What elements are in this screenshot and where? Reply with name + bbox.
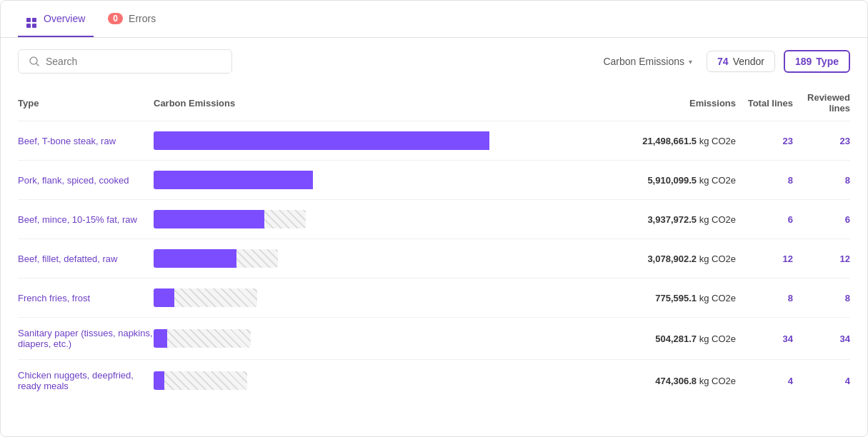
cell-total-lines: 12 (736, 239, 793, 278)
cell-type[interactable]: Beef, fillet, defatted, raw (18, 239, 154, 278)
table-row: Chicken nuggets, deepfried, ready meals4… (18, 360, 850, 402)
vendor-filter-button[interactable]: 74 Vendor (707, 51, 775, 72)
cell-total-lines: 8 (736, 278, 793, 318)
bar-hatched (164, 371, 247, 390)
bar-hatched (236, 249, 278, 268)
col-emissions: Emissions (532, 85, 736, 121)
cell-bar (154, 278, 532, 318)
bar-hatched (174, 288, 257, 307)
cell-reviewed-lines: 4 (793, 360, 850, 402)
cell-bar (154, 239, 532, 278)
table-row: Beef, fillet, defatted, raw3,078,902.2 k… (18, 239, 850, 278)
cell-reviewed-lines: 6 (793, 200, 850, 239)
table-row: Sanitary paper (tissues, napkins, diaper… (18, 318, 850, 360)
cell-reviewed-lines: 23 (793, 121, 850, 161)
col-total-lines: Total lines (736, 85, 793, 121)
bar-solid (154, 329, 167, 348)
bar-solid (154, 210, 264, 228)
bar-hatched (167, 329, 250, 348)
toolbar-right: Carbon Emissions ▾ 74 Vendor 189 Type (597, 50, 850, 73)
cell-bar (154, 318, 532, 360)
cell-reviewed-lines: 8 (793, 278, 850, 318)
bar-solid (154, 131, 489, 150)
vendor-count: 74 (717, 56, 729, 67)
tab-overview-label: Overview (44, 13, 85, 24)
tab-bar: Overview 0 Errors (1, 1, 867, 38)
filter-dropdown-label: Carbon Emissions (603, 56, 684, 67)
main-container: Overview 0 Errors Carbon Emissions ▾ 74 … (0, 0, 868, 437)
cell-total-lines: 8 (736, 161, 793, 200)
table-row: French fries, frost775,595.1 kg CO2e88 (18, 278, 850, 318)
search-box[interactable] (18, 49, 232, 74)
bar-solid (154, 288, 174, 307)
cell-total-lines: 23 (736, 121, 793, 161)
cell-type[interactable]: Beef, T-bone steak, raw (18, 121, 154, 161)
cell-total-lines: 34 (736, 318, 793, 360)
cell-bar (154, 161, 532, 200)
errors-badge: 0 (108, 13, 123, 24)
table-header: Type Carbon Emissions Emissions Total li… (18, 85, 850, 121)
type-filter-button[interactable]: 189 Type (784, 50, 850, 73)
bar-solid (154, 249, 236, 268)
cell-total-lines: 6 (736, 200, 793, 239)
col-carbon-emissions: Carbon Emissions (154, 85, 532, 121)
cell-type[interactable]: French fries, frost (18, 278, 154, 318)
table-row: Beef, mince, 10-15% fat, raw3,937,972.5 … (18, 200, 850, 239)
type-label: Type (816, 56, 839, 67)
search-icon (29, 56, 40, 67)
cell-emissions: 775,595.1 kg CO2e (532, 278, 736, 318)
cell-reviewed-lines: 8 (793, 161, 850, 200)
tab-errors[interactable]: 0 Errors (99, 1, 164, 37)
bar-hatched (264, 210, 306, 228)
table-row: Pork, flank, spiced, cooked5,910,099.5 k… (18, 161, 850, 200)
cell-total-lines: 4 (736, 360, 793, 402)
cell-bar (154, 200, 532, 239)
data-table: Type Carbon Emissions Emissions Total li… (18, 85, 850, 401)
cell-bar (154, 121, 532, 161)
cell-reviewed-lines: 34 (793, 318, 850, 360)
search-input[interactable] (46, 56, 221, 67)
col-type: Type (18, 85, 154, 121)
cell-reviewed-lines: 12 (793, 239, 850, 278)
grid-icon (26, 13, 38, 24)
toolbar: Carbon Emissions ▾ 74 Vendor 189 Type (1, 38, 867, 85)
cell-emissions: 5,910,099.5 kg CO2e (532, 161, 736, 200)
cell-emissions: 474,306.8 kg CO2e (532, 360, 736, 402)
chevron-down-icon: ▾ (689, 58, 692, 66)
tab-overview[interactable]: Overview (18, 1, 94, 37)
cell-type[interactable]: Pork, flank, spiced, cooked (18, 161, 154, 200)
cell-emissions: 21,498,661.5 kg CO2e (532, 121, 736, 161)
cell-type[interactable]: Chicken nuggets, deepfried, ready meals (18, 360, 154, 402)
cell-emissions: 504,281.7 kg CO2e (532, 318, 736, 360)
type-count: 189 (795, 56, 812, 67)
svg-line-1 (36, 64, 39, 66)
cell-emissions: 3,937,972.5 kg CO2e (532, 200, 736, 239)
bar-solid (154, 171, 313, 189)
cell-type[interactable]: Sanitary paper (tissues, napkins, diaper… (18, 318, 154, 360)
table-row: Beef, T-bone steak, raw21,498,661.5 kg C… (18, 121, 850, 161)
carbon-emissions-filter[interactable]: Carbon Emissions ▾ (597, 53, 698, 70)
table-wrapper: Type Carbon Emissions Emissions Total li… (1, 85, 867, 436)
cell-bar (154, 360, 532, 402)
vendor-label: Vendor (733, 56, 764, 67)
table-body: Beef, T-bone steak, raw21,498,661.5 kg C… (18, 121, 850, 402)
cell-type[interactable]: Beef, mince, 10-15% fat, raw (18, 200, 154, 239)
tab-errors-label: Errors (129, 13, 156, 24)
col-reviewed-lines: Reviewed lines (793, 85, 850, 121)
cell-emissions: 3,078,902.2 kg CO2e (532, 239, 736, 278)
bar-solid (154, 371, 164, 390)
